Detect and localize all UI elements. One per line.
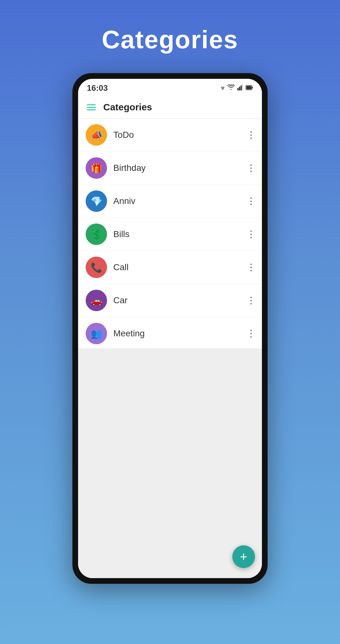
svg-rect-6 [246,86,252,89]
category-more-button-todo[interactable] [248,129,254,142]
category-list: 📣ToDo🎁Birthday💎Anniv💲Bills📞Call🚗Car👥Meet… [78,119,262,348]
category-more-button-birthday[interactable] [248,162,254,175]
category-item-anniv[interactable]: 💎Anniv [78,185,262,218]
category-icon-birthday: 🎁 [86,157,107,179]
category-more-button-call[interactable] [248,261,254,274]
status-time: 16:03 [87,83,108,93]
app-bar: Categories [78,96,262,119]
hamburger-menu-button[interactable] [87,104,96,110]
status-bar: 16:03 ♥ [78,79,262,96]
category-label-anniv: Anniv [113,196,248,206]
category-item-bills[interactable]: 💲Bills [78,218,262,251]
category-label-bills: Bills [113,229,248,239]
category-more-button-car[interactable] [248,294,254,307]
category-label-car: Car [113,295,248,305]
status-icons: ♥ [221,84,253,92]
category-icon-meeting: 👥 [86,323,107,344]
svg-rect-5 [252,87,253,89]
svg-rect-2 [241,85,242,90]
phone-frame: 16:03 ♥ [72,73,268,584]
svg-rect-0 [237,88,239,90]
category-item-todo[interactable]: 📣ToDo [78,119,262,152]
heart-icon: ♥ [221,84,225,92]
category-icon-call: 📞 [86,257,107,278]
category-icon-bills: 💲 [86,223,107,245]
wifi-icon [227,84,235,92]
category-label-todo: ToDo [113,130,248,140]
category-more-button-bills[interactable] [248,228,254,241]
svg-rect-3 [242,84,243,90]
phone-screen: 16:03 ♥ [78,79,262,578]
category-item-car[interactable]: 🚗Car [78,284,262,317]
page-background-title: Categories [102,25,238,54]
svg-rect-1 [239,87,240,90]
add-category-button[interactable]: + [232,545,255,568]
category-more-button-anniv[interactable] [248,195,254,208]
category-label-meeting: Meeting [113,328,248,339]
signal-icon [237,84,243,92]
category-icon-car: 🚗 [86,290,107,311]
category-label-call: Call [113,262,248,272]
app-bar-title: Categories [103,102,152,113]
category-item-birthday[interactable]: 🎁Birthday [78,152,262,185]
category-more-button-meeting[interactable] [248,327,254,340]
battery-icon [246,85,253,92]
category-item-meeting[interactable]: 👥Meeting [78,317,262,348]
category-label-birthday: Birthday [113,163,248,173]
category-item-call[interactable]: 📞Call [78,251,262,284]
empty-content-area [78,348,262,578]
category-icon-anniv: 💎 [86,190,107,212]
category-icon-todo: 📣 [86,124,107,146]
